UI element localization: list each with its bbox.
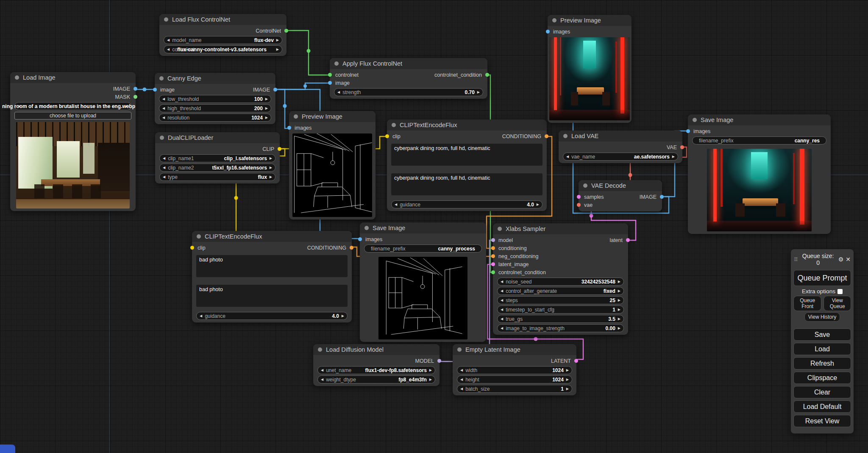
widget-type[interactable]: ◀typeflux▶ bbox=[159, 173, 275, 181]
input-port[interactable] bbox=[358, 237, 362, 241]
node-apply-flux-controlnet[interactable]: Apply Flux ControlNet controlnetcontroln… bbox=[330, 58, 487, 99]
prompt-textarea-1[interactable]: cyberpank dining room, full hd, cinemati… bbox=[391, 144, 542, 166]
step-left-icon[interactable]: ◀ bbox=[321, 378, 323, 381]
widget-image-filename[interactable]: ◀ning room of a modern brutalist house i… bbox=[14, 102, 131, 110]
node-save-image-result[interactable]: Save Image images filename_prefixcanny_r… bbox=[688, 114, 831, 234]
close-icon[interactable]: ✕ bbox=[846, 256, 851, 263]
input-port[interactable] bbox=[491, 262, 495, 266]
extra-options-checkbox[interactable] bbox=[837, 289, 843, 294]
step-right-icon[interactable]: ▶ bbox=[276, 47, 279, 51]
step-right-icon[interactable]: ▶ bbox=[270, 175, 272, 179]
output-port[interactable] bbox=[134, 87, 137, 91]
step-left-icon[interactable]: ◀ bbox=[566, 155, 569, 158]
step-right-icon[interactable]: ▶ bbox=[566, 387, 569, 391]
queue-front-button[interactable]: Queue Front bbox=[793, 296, 821, 311]
save-button[interactable]: Save bbox=[793, 328, 851, 341]
collapse-dot-icon[interactable] bbox=[457, 347, 462, 352]
collapse-dot-icon[interactable] bbox=[693, 118, 697, 122]
collapse-dot-icon[interactable] bbox=[197, 234, 201, 239]
node-title-bar[interactable]: CLIPTextEncodeFlux bbox=[387, 120, 547, 131]
widget-height[interactable]: ◀height1024▶ bbox=[457, 375, 572, 384]
canvas-corner-button[interactable] bbox=[0, 445, 15, 453]
step-right-icon[interactable]: ▶ bbox=[125, 104, 128, 108]
widget-filename-prefix[interactable]: filename_prefixcanny_process bbox=[364, 245, 482, 253]
input-port[interactable] bbox=[491, 254, 495, 258]
input-port[interactable] bbox=[153, 88, 157, 92]
widget-clip-name1[interactable]: ◀clip_name1clip_l.safetensors▶ bbox=[159, 154, 275, 162]
input-port[interactable] bbox=[686, 129, 690, 133]
widget-steps[interactable]: ◀steps25▶ bbox=[497, 296, 624, 304]
widget-batch-size[interactable]: ◀batch_size1▶ bbox=[457, 385, 572, 393]
input-port[interactable] bbox=[546, 30, 550, 33]
widget-filename-prefix[interactable]: filename_prefixcanny_res bbox=[692, 136, 826, 145]
step-right-icon[interactable]: ▶ bbox=[618, 317, 620, 321]
node-xlabs-sampler[interactable]: Xlabs Sampler modellatent conditioning n… bbox=[493, 223, 628, 335]
step-left-icon[interactable]: ◀ bbox=[501, 326, 503, 330]
widget-controlnet-path[interactable]: ◀controlnet_pathflux-canny-controlnet-v3… bbox=[164, 45, 282, 53]
node-load-vae[interactable]: Load VAE VAE ◀vae_nameae.safetensors▶ bbox=[559, 131, 682, 163]
step-right-icon[interactable]: ▶ bbox=[265, 116, 268, 120]
node-title-bar[interactable]: Empty Latent Image bbox=[453, 344, 576, 355]
input-port[interactable] bbox=[491, 246, 495, 250]
output-port[interactable] bbox=[626, 238, 630, 242]
step-right-icon[interactable]: ▶ bbox=[566, 378, 569, 381]
output-port[interactable] bbox=[278, 147, 281, 151]
widget-strength[interactable]: ◀strength0.70▶ bbox=[334, 88, 483, 96]
output-port[interactable] bbox=[284, 29, 288, 33]
step-right-icon[interactable]: ▶ bbox=[618, 280, 620, 283]
output-port[interactable] bbox=[545, 134, 548, 138]
collapse-dot-icon[interactable] bbox=[159, 76, 164, 81]
step-left-icon[interactable]: ◀ bbox=[501, 298, 503, 302]
widget-control-after-generate[interactable]: ◀control_after_generatefixed▶ bbox=[497, 287, 624, 295]
collapse-dot-icon[interactable] bbox=[392, 123, 396, 127]
input-port[interactable] bbox=[491, 270, 495, 274]
node-canny-edge[interactable]: Canny Edge imageIMAGE ◀low_threshold100▶… bbox=[155, 73, 275, 124]
node-title-bar[interactable]: Xlabs Sampler bbox=[493, 223, 628, 234]
step-right-icon[interactable]: ▶ bbox=[276, 38, 279, 42]
input-port[interactable] bbox=[190, 246, 194, 250]
step-right-icon[interactable]: ▶ bbox=[342, 314, 344, 318]
step-left-icon[interactable]: ◀ bbox=[460, 387, 463, 391]
node-title-bar[interactable]: Save Image bbox=[360, 222, 486, 233]
step-left-icon[interactable]: ◀ bbox=[200, 314, 202, 318]
widget-guidance[interactable]: ◀guidance4.0▶ bbox=[391, 200, 542, 208]
step-left-icon[interactable]: ◀ bbox=[337, 90, 340, 94]
node-dual-clip-loader[interactable]: DualCLIPLoader CLIP ◀clip_name1clip_l.sa… bbox=[155, 132, 280, 183]
node-load-diffusion-model[interactable]: Load Diffusion Model MODEL ◀unet_nameflu… bbox=[313, 344, 440, 386]
widget-vae-name[interactable]: ◀vae_nameae.safetensors▶ bbox=[563, 153, 678, 161]
output-port[interactable] bbox=[660, 195, 664, 199]
widget-timestep-to-start-cfg[interactable]: ◀timestep_to_start_cfg1▶ bbox=[497, 306, 624, 314]
node-title-bar[interactable]: Load Flux ControlNet bbox=[159, 14, 287, 25]
step-right-icon[interactable]: ▶ bbox=[618, 298, 620, 302]
node-title-bar[interactable]: Canny Edge bbox=[155, 73, 275, 84]
collapse-dot-icon[interactable] bbox=[364, 226, 369, 230]
output-port[interactable] bbox=[574, 359, 578, 363]
step-right-icon[interactable]: ▶ bbox=[566, 368, 569, 372]
step-left-icon[interactable]: ◀ bbox=[162, 106, 165, 110]
refresh-button[interactable]: Refresh bbox=[793, 357, 851, 370]
node-save-image-process[interactable]: Save Image images filename_prefixcanny_p… bbox=[360, 222, 486, 342]
step-left-icon[interactable]: ◀ bbox=[321, 368, 323, 372]
output-port[interactable] bbox=[350, 246, 353, 250]
step-left-icon[interactable]: ◀ bbox=[163, 175, 165, 179]
node-clip-text-encode-negative[interactable]: CLIPTextEncodeFlux clipCONDITIONING bad … bbox=[192, 231, 352, 322]
clipspace-button[interactable]: Clipspace bbox=[793, 372, 851, 384]
collapse-dot-icon[interactable] bbox=[334, 61, 339, 66]
input-port[interactable] bbox=[491, 238, 495, 242]
collapse-dot-icon[interactable] bbox=[318, 347, 322, 352]
step-left-icon[interactable]: ◀ bbox=[167, 38, 170, 42]
step-left-icon[interactable]: ◀ bbox=[460, 378, 463, 381]
step-right-icon[interactable]: ▶ bbox=[270, 166, 272, 170]
drag-handle-icon[interactable]: ⠿ bbox=[794, 256, 798, 263]
step-right-icon[interactable]: ▶ bbox=[618, 308, 620, 311]
node-vae-decode[interactable]: VAE Decode samplesIMAGE vae bbox=[579, 180, 662, 211]
widget-weight-dtype[interactable]: ◀weight_dtypefp8_e4m3fn▶ bbox=[317, 375, 435, 384]
step-right-icon[interactable]: ▶ bbox=[672, 155, 675, 158]
input-port[interactable] bbox=[328, 73, 332, 77]
step-right-icon[interactable]: ▶ bbox=[270, 156, 272, 160]
output-port[interactable] bbox=[680, 145, 684, 149]
collapse-dot-icon[interactable] bbox=[15, 75, 19, 80]
collapse-dot-icon[interactable] bbox=[563, 134, 568, 138]
node-title-bar[interactable]: Load Diffusion Model bbox=[313, 344, 440, 355]
input-port[interactable] bbox=[287, 126, 291, 130]
